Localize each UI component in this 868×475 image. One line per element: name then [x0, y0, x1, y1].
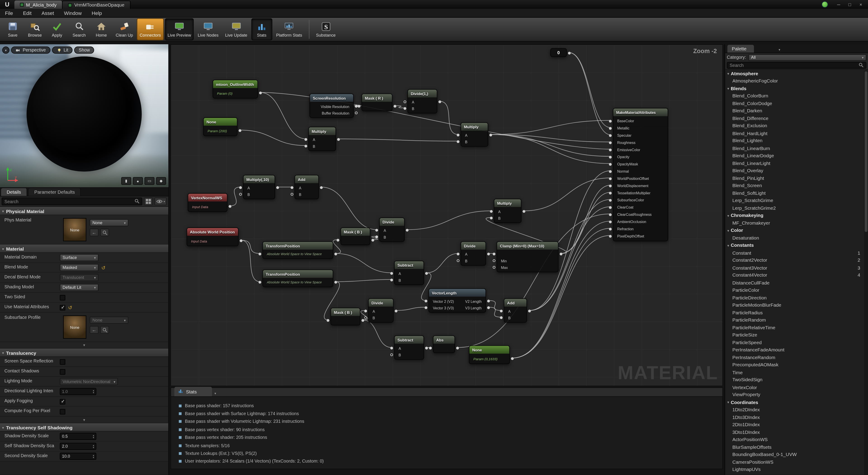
browse-asset-icon[interactable]	[100, 228, 109, 236]
viewport-lit-button[interactable]: Lit	[52, 46, 73, 54]
node-vectorlength-veclen[interactable]: VectorLengthVector 2 (V2)V2 LengthVector…	[429, 288, 486, 313]
palette-item-blend-colordodge[interactable]: Blend_ColorDodge	[725, 100, 864, 107]
palette-search-input[interactable]: Search	[727, 62, 866, 68]
input-pin[interactable]	[358, 105, 360, 107]
palette-item-perinstancefadeamount[interactable]: PerInstanceFadeAmount	[725, 346, 864, 354]
input-pin[interactable]	[609, 220, 612, 223]
section-header-translucency[interactable]: ▾Translucency	[0, 349, 168, 357]
minimize-icon[interactable]: ─	[834, 1, 844, 8]
input-pin[interactable]	[609, 134, 612, 137]
palette-item-camerapositionws[interactable]: CameraPositionWS	[725, 458, 864, 466]
palette-item-vertexcolor[interactable]: VertexColor	[725, 383, 864, 391]
property-number[interactable]: 2.0▴▾	[60, 443, 96, 450]
input-pin[interactable]	[305, 145, 307, 147]
palette-item-blend-linearburn[interactable]: Blend_LinearBurn	[725, 145, 864, 152]
palette-item-blend-overlay[interactable]: Blend_Overlay	[725, 167, 864, 174]
toolbar-stats-button[interactable]: Stats	[251, 18, 272, 40]
palette-item-blend-exclusion[interactable]: Blend_Exclusion	[725, 122, 864, 129]
chevron-down-icon[interactable]: ▾	[215, 391, 216, 396]
node-multiply-mul3[interactable]: MultiplyAB	[494, 199, 521, 223]
output-pin[interactable]	[239, 129, 241, 132]
input-pin[interactable]	[391, 279, 393, 281]
output-pin[interactable]	[487, 307, 490, 309]
palette-category-coordinates[interactable]: ▾Coordinates	[725, 399, 864, 406]
palette-item-constant4vector[interactable]: Constant4Vector4	[725, 272, 864, 279]
input-pin[interactable]	[609, 227, 612, 230]
property-dropdown[interactable]: Surface▾	[60, 254, 98, 261]
property-checkbox[interactable]	[60, 305, 65, 310]
node-divide-div3[interactable]: DivideAB	[461, 241, 486, 266]
property-checkbox[interactable]	[60, 369, 65, 374]
input-pin[interactable]	[490, 217, 493, 219]
input-pin[interactable]	[490, 210, 493, 213]
input-pin[interactable]	[425, 299, 427, 303]
node-divide-1-div_top[interactable]: Divide(1,)AB	[407, 89, 437, 114]
input-pin[interactable]	[609, 234, 612, 237]
node-makematerialattributes-mma[interactable]: MakeMaterialAttributesBaseColorMetallicS…	[613, 108, 668, 241]
output-pin[interactable]	[362, 319, 364, 322]
asset-dropdown[interactable]: None▾	[90, 219, 128, 226]
node-vertexnormalws-vnws[interactable]: VertexNormalWSInput Data	[188, 193, 227, 212]
palette-item-3dto1dindex[interactable]: 3Dto1DIndex	[725, 429, 864, 436]
input-pin[interactable]	[258, 281, 261, 284]
palette-item-desaturation[interactable]: Desaturation	[725, 234, 864, 242]
palette-item-particleradius[interactable]: ParticleRadius	[725, 309, 864, 316]
node-mask-b-maskb2[interactable]: Mask ( B )	[331, 308, 360, 325]
toolbar-live-update-button[interactable]: Live Update	[222, 18, 250, 40]
tab-palette[interactable]: Palette	[727, 45, 754, 53]
node-transformposition-tp2[interactable]: TransformPositionAbsolute World Space to…	[262, 270, 333, 287]
palette-item-blursampleoffsets[interactable]: BlurSampleOffsets	[725, 443, 864, 451]
palette-item-lerp-scratchgrime2[interactable]: Lerp_ScratchGrime2	[725, 204, 864, 212]
palette-category-color[interactable]: ▾Color	[725, 227, 864, 234]
output-pin[interactable]	[511, 357, 514, 360]
output-pin[interactable]	[394, 105, 396, 107]
input-pin[interactable]	[375, 229, 378, 232]
section-expander[interactable]: ▾	[0, 342, 168, 348]
node-abs-abs1[interactable]: Abs	[433, 335, 455, 353]
palette-category-constants[interactable]: ▾Constants	[725, 242, 864, 249]
input-pin[interactable]	[609, 163, 612, 165]
palette-item-lerp-scratchgrime[interactable]: Lerp_ScratchGrime	[725, 197, 864, 204]
node-subtract-sub2[interactable]: SubtractAB	[394, 335, 424, 360]
palette-item-blend-darken[interactable]: Blend_Darken	[725, 107, 864, 115]
node-clamp-min-0-max-10-clamp[interactable]: Clamp (Min=0) (Max=10)MinMax	[497, 241, 559, 272]
input-pin[interactable]	[429, 347, 432, 349]
input-pin[interactable]	[609, 141, 612, 144]
output-pin[interactable]	[355, 105, 358, 107]
tab-parameter-defaults[interactable]: Parameter Defaults	[29, 188, 81, 196]
preview-mesh-icon[interactable]: ◆	[156, 177, 166, 185]
output-pin[interactable]	[456, 347, 459, 349]
palette-item-particlerelativetime[interactable]: ParticleRelativeTime	[725, 324, 864, 331]
material-graph-canvas[interactable]: 0mtoon_OutlineWidthParam (0)ScreenResolu…	[170, 44, 723, 386]
node-add-add1[interactable]: AddAB	[294, 175, 319, 199]
input-pin[interactable]	[493, 266, 495, 269]
input-pin[interactable]	[391, 347, 393, 349]
input-pin[interactable]	[609, 148, 612, 151]
output-pin[interactable]	[487, 299, 490, 303]
palette-item-twosidedsign[interactable]: TwoSidedSign	[725, 376, 864, 383]
palette-scrollbar-thumb[interactable]	[865, 71, 867, 232]
viewport-perspective-button[interactable]: Perspective	[11, 46, 50, 54]
section-header-physical-material[interactable]: ▾Physical Material	[0, 207, 168, 215]
node-screenresolution-screenres[interactable]: ScreenResolutionVisible ResolutionBuffer…	[309, 94, 354, 118]
chevron-down-icon[interactable]: ▾	[778, 48, 780, 53]
maximize-icon[interactable]: □	[845, 1, 855, 8]
input-pin[interactable]	[493, 259, 495, 262]
toolbar-platform-stats-button[interactable]: Platform Stats	[273, 18, 305, 40]
palette-item-particlerandom[interactable]: ParticleRandom	[725, 316, 864, 324]
output-pin[interactable]	[489, 133, 492, 136]
output-pin[interactable]	[425, 347, 428, 349]
palette-item-constant[interactable]: Constant1	[725, 249, 864, 256]
palette-category-chromakeying[interactable]: ▾Chromakeying	[725, 212, 864, 219]
palette-item-blend-colorburn[interactable]: Blend_ColorBurn	[725, 92, 864, 100]
tab-details[interactable]: Details	[1, 188, 27, 196]
output-pin[interactable]	[355, 112, 358, 114]
input-pin[interactable]	[327, 319, 329, 322]
palette-item-blend-lighten[interactable]: Blend_Lighten	[725, 137, 864, 145]
category-dropdown[interactable]: All ▾	[748, 54, 866, 61]
output-pin[interactable]	[259, 92, 262, 94]
palette-category-atmosphere[interactable]: ▾Atmosphere	[725, 70, 864, 77]
output-pin[interactable]	[406, 229, 408, 232]
node-mask-r-maskr[interactable]: Mask ( R )	[362, 94, 393, 111]
view-options-icon[interactable]: ▾	[155, 197, 166, 205]
